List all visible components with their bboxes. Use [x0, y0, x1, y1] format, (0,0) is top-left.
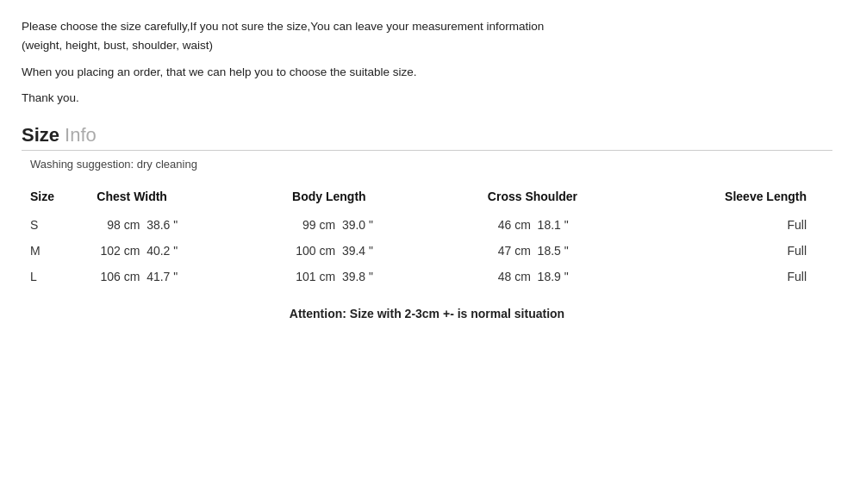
- sleeve-length-cell: Full: [676, 264, 832, 289]
- size-cell: L: [22, 264, 90, 289]
- size-info-heading: Size Info: [22, 124, 832, 146]
- table-header-row: Size Chest Width Body Length Cross Shoul…: [22, 184, 832, 212]
- washing-suggestion: Washing suggestion: dry cleaning: [22, 158, 832, 171]
- size-bold-label: Size: [22, 124, 59, 146]
- size-cell: M: [22, 238, 90, 264]
- table-row: S 98 cm 38.6 " 99 cm 39.0 " 46 cm 18.1 "…: [22, 212, 832, 238]
- size-cell: S: [22, 212, 90, 238]
- body-length-cell: 100 cm 39.4 ": [285, 238, 481, 264]
- intro-line3: When you placing an order, that we can h…: [22, 63, 832, 82]
- body-length-cell: 99 cm 39.0 ": [285, 212, 481, 238]
- header-cross-shoulder: Cross Shoulder: [481, 184, 676, 212]
- cross-shoulder-cell: 46 cm 18.1 ": [481, 212, 676, 238]
- chest-width-cell: 102 cm 40.2 ": [90, 238, 285, 264]
- header-body-length: Body Length: [285, 184, 481, 212]
- intro-line4: Thank you.: [22, 89, 832, 108]
- header-chest-width: Chest Width: [90, 184, 285, 212]
- section-divider: [22, 150, 832, 151]
- chest-width-cell: 98 cm 38.6 ": [90, 212, 285, 238]
- table-row: L 106 cm 41.7 " 101 cm 39.8 " 48 cm 18.9…: [22, 264, 832, 289]
- header-sleeve-length: Sleeve Length: [676, 184, 832, 212]
- cross-shoulder-cell: 47 cm 18.5 ": [481, 238, 676, 264]
- chest-width-cell: 106 cm 41.7 ": [90, 264, 285, 289]
- header-size: Size: [22, 184, 90, 212]
- attention-note: Attention: Size with 2-3cm +- is normal …: [22, 307, 832, 320]
- sleeve-length-cell: Full: [676, 212, 832, 238]
- size-info-label: Info: [65, 124, 97, 146]
- size-table: Size Chest Width Body Length Cross Shoul…: [22, 184, 832, 289]
- cross-shoulder-cell: 48 cm 18.9 ": [481, 264, 676, 289]
- sleeve-length-cell: Full: [676, 238, 832, 264]
- intro-line1: Please choose the size carefully,If you …: [22, 17, 832, 54]
- table-row: M 102 cm 40.2 " 100 cm 39.4 " 47 cm 18.5…: [22, 238, 832, 264]
- body-length-cell: 101 cm 39.8 ": [285, 264, 481, 289]
